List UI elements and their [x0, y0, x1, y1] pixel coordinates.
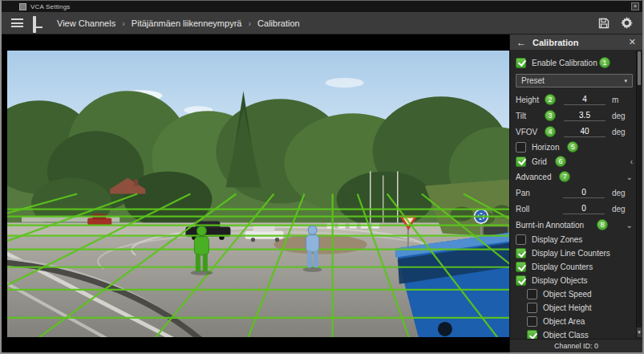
height-label: Height: [516, 96, 545, 104]
object-height-row: Object Height: [516, 301, 633, 315]
grid-label: Grid: [532, 157, 547, 166]
preset-dropdown-value: Preset: [521, 76, 545, 85]
tilt-unit: deg: [612, 112, 633, 120]
step-badge-2: 2: [545, 94, 556, 105]
calibration-panel-header: ← Calibration ✕: [510, 35, 642, 50]
calibration-panel: ← Calibration ✕ Enable Calibration 1 Pre…: [509, 35, 642, 352]
object-speed-checkbox[interactable]: [527, 289, 537, 299]
chevron-left-icon[interactable]: ‹: [630, 157, 633, 166]
scrollbar-thumb[interactable]: [638, 51, 641, 85]
display-line-counters-checkbox[interactable]: [516, 248, 526, 258]
vfov-unit: deg: [612, 128, 633, 136]
horizon-row: Horizon 5: [516, 140, 633, 154]
window-close-icon[interactable]: ×: [631, 2, 639, 10]
advanced-section-row[interactable]: Advanced 7 ⌄: [516, 169, 633, 185]
breadcrumb-calibration[interactable]: Calibration: [257, 18, 300, 28]
object-height-label: Object Height: [543, 303, 592, 312]
breadcrumb-view-channels[interactable]: View Channels: [57, 18, 115, 28]
enable-calibration-checkbox[interactable]: [516, 58, 526, 68]
display-counters-label: Display Counters: [532, 262, 593, 271]
object-area-checkbox[interactable]: [527, 316, 537, 327]
display-line-counters-label: Display Line Counters: [532, 249, 610, 258]
burnt-in-annotation-label: Burnt-in Annotation: [516, 221, 584, 230]
breadcrumb: View Channels › Pitäjänmäen liikenneympy…: [57, 18, 300, 28]
pan-input[interactable]: 0: [563, 188, 605, 198]
display-zones-checkbox[interactable]: [516, 234, 526, 245]
height-input[interactable]: 4: [564, 95, 606, 105]
gear-icon[interactable]: [621, 17, 633, 29]
hamburger-icon[interactable]: [11, 18, 23, 27]
advanced-label: Advanced: [516, 173, 551, 181]
display-counters-row: Display Counters: [516, 260, 633, 274]
display-zones-label: Display Zones: [532, 235, 582, 244]
toolbar: View Channels › Pitäjänmäen liikenneympy…: [2, 12, 642, 35]
sidebar-scrollbar[interactable]: ▼: [636, 51, 642, 338]
back-arrow-icon[interactable]: ←: [516, 37, 526, 48]
object-class-label: Object Class: [543, 331, 589, 339]
enable-calibration-label: Enable Calibration: [532, 59, 597, 67]
display-objects-checkbox[interactable]: [516, 275, 526, 286]
breadcrumb-channel-name[interactable]: Pitäjänmäen liikenneympyrä: [132, 18, 242, 28]
object-area-label: Object Area: [543, 317, 585, 326]
horizon-checkbox[interactable]: [516, 142, 526, 153]
object-speed-row: Object Speed: [516, 287, 633, 301]
chevron-down-icon: ⌄: [626, 221, 633, 230]
step-badge-8: 8: [597, 219, 608, 230]
video-canvas[interactable]: [7, 51, 509, 337]
app-icon: [19, 3, 26, 10]
panel-close-icon[interactable]: ✕: [629, 37, 636, 47]
preset-dropdown[interactable]: Preset ▾: [516, 74, 633, 87]
chevron-down-icon: ▾: [624, 78, 627, 84]
object-class-checkbox[interactable]: [527, 330, 537, 339]
scroll-down-icon[interactable]: ▼: [637, 328, 642, 337]
monitor-icon[interactable]: [33, 18, 46, 28]
vfov-field-row: VFOV 4 40 deg: [516, 124, 633, 140]
step-badge-3: 3: [545, 110, 556, 121]
roll-field-row: Roll 0 deg: [516, 201, 633, 217]
roll-input[interactable]: 0: [563, 204, 605, 214]
grid-checkbox[interactable]: [516, 157, 526, 167]
pan-unit: deg: [612, 189, 633, 197]
display-objects-label: Display Objects: [532, 276, 587, 285]
grid-row: Grid 6 ‹: [516, 154, 633, 169]
vfov-label: VFOV: [516, 128, 545, 136]
horizon-label: Horizon: [532, 143, 559, 152]
object-area-row: Object Area: [516, 315, 633, 328]
height-field-row: Height 2 4 m: [516, 92, 633, 108]
channel-id-status: Channel ID: 0: [510, 339, 642, 352]
object-class-row: Object Class: [516, 328, 633, 339]
calibration-panel-body: Enable Calibration 1 Preset ▾ Height 2 4…: [510, 50, 642, 339]
save-icon[interactable]: [598, 18, 610, 29]
display-counters-checkbox[interactable]: [516, 262, 526, 272]
object-height-checkbox[interactable]: [527, 303, 537, 313]
step-badge-4: 4: [545, 126, 556, 137]
tilt-field-row: Tilt 3 3.5 deg: [516, 108, 633, 124]
display-line-counters-row: Display Line Counters: [516, 246, 633, 260]
height-unit: m: [612, 96, 633, 104]
roll-unit: deg: [612, 205, 633, 214]
chevron-down-icon: ⌄: [626, 173, 633, 181]
object-speed-label: Object Speed: [543, 290, 592, 299]
breadcrumb-separator: ›: [248, 18, 251, 28]
panel-title: Calibration: [533, 38, 578, 47]
video-area: [2, 35, 509, 352]
burnt-in-annotation-row[interactable]: Burnt-in Annotation 8 ⌄: [516, 217, 633, 233]
tilt-input[interactable]: 3.5: [564, 111, 606, 121]
breadcrumb-separator: ›: [122, 18, 125, 28]
pan-field-row: Pan 0 deg: [516, 185, 633, 201]
step-badge-1: 1: [599, 57, 610, 68]
window-title: VCA Settings: [30, 3, 71, 10]
display-zones-row: Display Zones: [516, 233, 633, 246]
video-scene: [7, 51, 509, 337]
display-objects-row: Display Objects: [516, 274, 633, 287]
step-badge-6: 6: [555, 156, 566, 167]
roll-label: Roll: [516, 205, 545, 214]
pan-label: Pan: [516, 189, 545, 197]
vfov-input[interactable]: 40: [564, 127, 606, 137]
step-badge-5: 5: [567, 141, 578, 153]
vca-settings-window: VCA Settings × View Channels › Pitäjänmä…: [0, 0, 644, 354]
window-titlebar: VCA Settings ×: [2, 1, 642, 12]
tilt-label: Tilt: [516, 112, 545, 120]
enable-calibration-row: Enable Calibration 1: [516, 54, 633, 71]
step-badge-7: 7: [559, 171, 570, 182]
